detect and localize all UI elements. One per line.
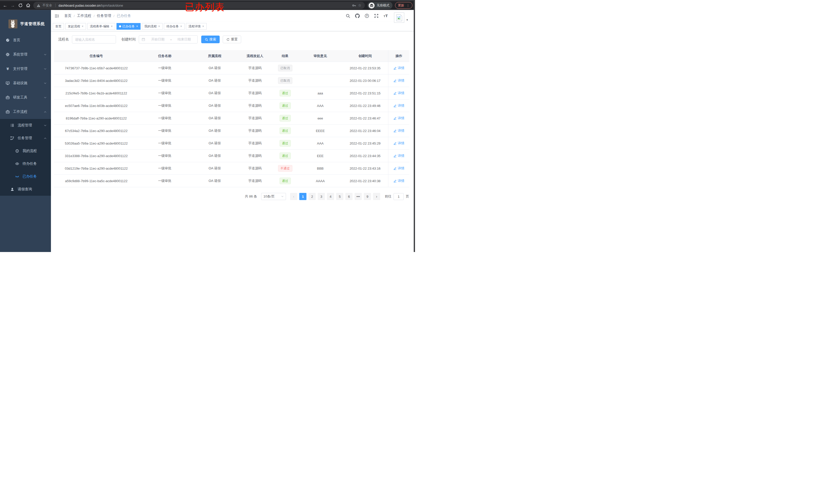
sidebar-item-leave-query[interactable]: 请假查询 bbox=[0, 183, 51, 196]
tab-close-icon[interactable]: × bbox=[180, 25, 182, 28]
home-icon[interactable] bbox=[26, 3, 31, 8]
tab-start-process[interactable]: 发起流程× bbox=[65, 23, 86, 30]
sidebar-item-devtools[interactable]: 研发工具 bbox=[0, 90, 51, 105]
help-icon[interactable]: ? bbox=[364, 13, 369, 18]
tab-label: 我的流程 bbox=[145, 24, 157, 29]
reload-icon[interactable] bbox=[18, 3, 23, 8]
tab-close-icon[interactable]: × bbox=[202, 25, 204, 28]
sidebar-item-infra[interactable]: 基础设施 bbox=[0, 76, 51, 90]
tab-done-task[interactable]: 已办任务× bbox=[117, 23, 140, 30]
pagination-page-1[interactable]: 1 bbox=[299, 193, 307, 200]
task-id-cell: 3adac3d2-7b9d-11ec-8404-acde48001122 bbox=[54, 74, 138, 87]
tab-form-edit[interactable]: 流程表单-编辑× bbox=[87, 23, 115, 30]
pagination-page-2[interactable]: 2 bbox=[309, 193, 316, 200]
sidebar-item-todo-task[interactable]: 待办任务 bbox=[0, 157, 51, 170]
url-path: /bpm/task/done bbox=[100, 4, 123, 7]
result-cell: 已取消 bbox=[272, 74, 298, 87]
pagination-page-3[interactable]: 3 bbox=[318, 193, 325, 200]
result-badge: 通过 bbox=[280, 140, 291, 146]
sidebar-item-process-mgmt[interactable]: 流程管理 bbox=[0, 119, 51, 132]
comment-cell: aaa bbox=[298, 87, 342, 100]
forward-icon[interactable]: → bbox=[10, 3, 15, 8]
sidebar-item-payment[interactable]: ¥支付管理 bbox=[0, 62, 51, 76]
detail-link[interactable]: 详情 bbox=[393, 166, 405, 171]
avatar[interactable] bbox=[394, 12, 404, 23]
process-cell: OA 请假 bbox=[191, 112, 238, 125]
page-size-select[interactable]: 10条/页 bbox=[261, 193, 286, 200]
search-button[interactable]: 搜索 bbox=[201, 36, 220, 43]
pagination-page-5[interactable]: 5 bbox=[336, 193, 343, 200]
column-header: 流程发起人 bbox=[238, 50, 272, 62]
search-icon[interactable] bbox=[346, 13, 350, 18]
task-name-cell: 一级审批 bbox=[138, 162, 191, 175]
pagination-page-6[interactable]: 6 bbox=[345, 193, 353, 200]
sidebar-logo-row[interactable]: 芋道管理系统 bbox=[0, 10, 51, 33]
caret-down-icon[interactable]: ▼ bbox=[406, 19, 408, 21]
eye-closed-icon bbox=[15, 174, 19, 178]
breadcrumb-item[interactable]: 首页 bbox=[64, 13, 71, 18]
detail-link[interactable]: 详情 bbox=[393, 141, 405, 145]
user-avatar-menu[interactable]: ▼ bbox=[394, 12, 408, 19]
gear-icon bbox=[6, 53, 10, 57]
column-header: 任务名称 bbox=[138, 50, 191, 62]
tab-my-process[interactable]: 我的流程× bbox=[142, 23, 163, 30]
address-bar[interactable]: 不安全 dashboard.yudao.iocoder.cn/bpm/task/… bbox=[33, 2, 365, 9]
sidebar-item-workflow[interactable]: 工作流程 bbox=[0, 105, 51, 119]
pagination-page-9[interactable]: 9 bbox=[364, 193, 371, 200]
tab-close-icon[interactable]: × bbox=[136, 25, 138, 28]
sidebar-item-done-task[interactable]: 已办任务 bbox=[0, 170, 51, 183]
detail-link[interactable]: 详情 bbox=[393, 66, 405, 70]
date-range-picker[interactable]: 开始日期 - 结束日期 bbox=[139, 35, 198, 43]
sidebar-item-system[interactable]: 系统管理 bbox=[0, 47, 51, 62]
tab-close-icon[interactable]: × bbox=[82, 25, 84, 28]
font-size-icon[interactable]: TT bbox=[384, 13, 388, 18]
password-key-icon[interactable] bbox=[352, 3, 356, 8]
security-label: 不安全 bbox=[42, 3, 52, 8]
sidebar-item-task-mgmt[interactable]: 任务管理 bbox=[0, 132, 51, 144]
sidebar-item-my-process[interactable]: 我的流程 bbox=[0, 144, 51, 157]
breadcrumb-item[interactable]: 任务管理 bbox=[97, 13, 111, 18]
breadcrumb-item[interactable]: 工作流程 bbox=[77, 13, 91, 18]
starter-cell: 芋道源码 bbox=[238, 62, 272, 74]
fullscreen-icon[interactable] bbox=[374, 13, 379, 18]
tab-todo-task[interactable]: 待办任务× bbox=[164, 23, 185, 30]
update-button[interactable]: 更新 ⋮ bbox=[395, 2, 412, 9]
sidebar-item-home[interactable]: 首页 bbox=[0, 33, 51, 47]
process-name-input[interactable] bbox=[72, 35, 116, 43]
detail-link-label: 详情 bbox=[398, 91, 405, 95]
tab-process-detail[interactable]: 流程详情× bbox=[186, 23, 206, 30]
date-range-separator: - bbox=[170, 38, 171, 41]
pagination-page-4[interactable]: 4 bbox=[327, 193, 334, 200]
detail-link[interactable]: 详情 bbox=[393, 78, 405, 83]
browser-menu-dots-icon[interactable]: ⋮ bbox=[406, 4, 410, 7]
starter-cell: 芋道源码 bbox=[238, 162, 272, 175]
back-icon[interactable]: ← bbox=[3, 3, 8, 8]
bookmark-star-icon[interactable]: ☆ bbox=[358, 3, 361, 8]
reset-button[interactable]: 重置 bbox=[223, 36, 241, 43]
pagination-more[interactable]: ••• bbox=[355, 193, 362, 200]
tab-close-icon[interactable]: × bbox=[111, 25, 113, 28]
result-badge: 通过 bbox=[280, 127, 291, 134]
tab-close-icon[interactable]: × bbox=[158, 25, 160, 28]
sidebar-fold-icon[interactable] bbox=[53, 12, 60, 20]
detail-link[interactable]: 详情 bbox=[393, 128, 405, 133]
github-icon[interactable] bbox=[355, 13, 360, 18]
detail-link-label: 详情 bbox=[398, 154, 405, 158]
breadcrumb-separator: / bbox=[74, 14, 75, 18]
detail-link[interactable]: 详情 bbox=[393, 116, 405, 121]
detail-link[interactable]: 详情 bbox=[393, 91, 405, 95]
detail-link[interactable]: 详情 bbox=[393, 178, 405, 183]
detail-link[interactable]: 详情 bbox=[393, 154, 405, 158]
goto-page-input[interactable] bbox=[393, 193, 404, 200]
detail-link[interactable]: 详情 bbox=[393, 103, 405, 108]
detail-link-label: 详情 bbox=[398, 178, 405, 183]
result-cell: 已取消 bbox=[272, 62, 298, 74]
sidebar-item-label: 请假查询 bbox=[18, 187, 32, 192]
chevron-down-icon bbox=[281, 195, 284, 198]
pagination-prev-button[interactable]: ‹ bbox=[290, 193, 297, 200]
svg-text:¥: ¥ bbox=[6, 67, 9, 71]
tab-home[interactable]: 首页 bbox=[53, 23, 64, 30]
window-edge bbox=[414, 0, 415, 252]
pagination-next-button[interactable]: › bbox=[373, 193, 380, 200]
result-badge: 已取消 bbox=[278, 77, 292, 84]
